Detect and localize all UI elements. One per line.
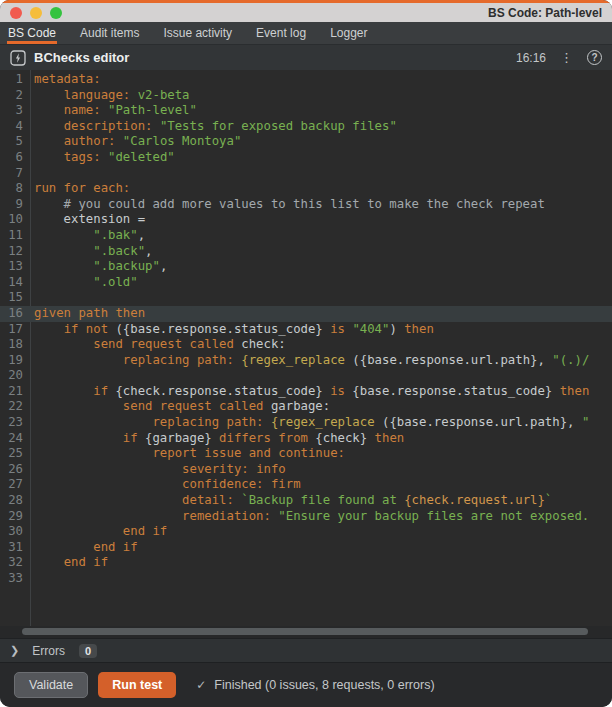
- code-lines-container: 1metadata:2 language: v2-beta3 name: "Pa…: [0, 72, 612, 587]
- help-icon[interactable]: ?: [587, 50, 602, 65]
- tab-audit-items[interactable]: Audit items: [80, 22, 139, 44]
- code-line-4[interactable]: 4 description: "Tests for exposed backup…: [0, 119, 612, 135]
- line-number: 5: [0, 134, 30, 150]
- code-line-17[interactable]: 17 if not ({base.response.status_code} i…: [0, 322, 612, 338]
- errors-count-badge: 0: [79, 644, 97, 658]
- errors-label: Errors: [32, 644, 65, 658]
- code-text: tags: "deleted": [30, 150, 175, 166]
- code-line-30[interactable]: 30 end if: [0, 524, 612, 540]
- window-title: BS Code: Path-level: [488, 6, 602, 20]
- code-line-32[interactable]: 32 end if: [0, 555, 612, 571]
- code-line-31[interactable]: 31 end if: [0, 540, 612, 556]
- bcheck-bolt-icon: [10, 50, 26, 66]
- code-text: if not ({base.response.status_code} is "…: [30, 322, 434, 338]
- tab-bs-code[interactable]: BS Code: [8, 22, 56, 44]
- code-editor[interactable]: 1metadata:2 language: v2-beta3 name: "Pa…: [0, 70, 612, 626]
- code-line-10[interactable]: 10 extension =: [0, 212, 612, 228]
- code-line-12[interactable]: 12 ".back",: [0, 244, 612, 260]
- code-line-15[interactable]: 15: [0, 290, 612, 306]
- line-number: 17: [0, 322, 30, 338]
- code-text: replacing path: {regex_replace ({base.re…: [30, 415, 589, 431]
- code-line-26[interactable]: 26 severity: info: [0, 462, 612, 478]
- line-number: 1: [0, 72, 30, 88]
- code-line-13[interactable]: 13 ".backup",: [0, 259, 612, 275]
- code-text: language: v2-beta: [30, 88, 190, 104]
- code-text: ".old": [30, 275, 138, 291]
- code-line-29[interactable]: 29 remediation: "Ensure your backup file…: [0, 509, 612, 525]
- line-number: 27: [0, 477, 30, 493]
- code-line-23[interactable]: 23 replacing path: {regex_replace ({base…: [0, 415, 612, 431]
- code-text: ".backup",: [30, 259, 167, 275]
- code-line-14[interactable]: 14 ".old": [0, 275, 612, 291]
- code-text: extension =: [30, 212, 145, 228]
- maximize-window-button[interactable]: [50, 7, 62, 19]
- line-number: 11: [0, 228, 30, 244]
- tab-logger[interactable]: Logger: [330, 22, 367, 44]
- line-number: 30: [0, 524, 30, 540]
- line-number: 12: [0, 244, 30, 260]
- code-text: end if: [30, 555, 108, 571]
- code-line-11[interactable]: 11 ".bak",: [0, 228, 612, 244]
- line-number: 20: [0, 368, 30, 384]
- code-line-28[interactable]: 28 detail: `Backup file found at {check.…: [0, 493, 612, 509]
- code-line-33[interactable]: 33: [0, 571, 612, 587]
- line-number: 23: [0, 415, 30, 431]
- errors-panel-header[interactable]: ❯ Errors 0: [0, 638, 612, 662]
- line-number: 32: [0, 555, 30, 571]
- code-line-20[interactable]: 20: [0, 368, 612, 384]
- tab-event-log[interactable]: Event log: [256, 22, 306, 44]
- code-text: given path then: [30, 306, 145, 322]
- code-line-24[interactable]: 24 if {garbage} differs from {check} the…: [0, 431, 612, 447]
- line-number: 19: [0, 353, 30, 369]
- code-text: remediation: "Ensure your backup files a…: [30, 509, 589, 525]
- tab-issue-activity[interactable]: Issue activity: [163, 22, 232, 44]
- line-number: 24: [0, 431, 30, 447]
- code-line-6[interactable]: 6 tags: "deleted": [0, 150, 612, 166]
- editor-header: BChecks editor 16:16 ⋮ ?: [0, 44, 612, 70]
- chevron-right-icon[interactable]: ❯: [10, 645, 19, 656]
- code-text: run for each:: [30, 181, 130, 197]
- code-text: replacing path: {regex_replace ({base.re…: [30, 353, 589, 369]
- footer-bar: Validate Run test ✓ Finished (0 issues, …: [0, 662, 612, 707]
- code-line-8[interactable]: 8run for each:: [0, 181, 612, 197]
- line-number: 33: [0, 571, 30, 587]
- code-text: [30, 368, 34, 384]
- code-line-19[interactable]: 19 replacing path: {regex_replace ({base…: [0, 353, 612, 369]
- code-line-3[interactable]: 3 name: "Path-level": [0, 103, 612, 119]
- line-number: 15: [0, 290, 30, 306]
- line-number: 10: [0, 212, 30, 228]
- code-line-9[interactable]: 9 # you could add more values to this li…: [0, 197, 612, 213]
- code-text: ".bak",: [30, 228, 145, 244]
- line-number: 22: [0, 399, 30, 415]
- horizontal-scrollbar-thumb[interactable]: [22, 628, 588, 635]
- code-text: [30, 166, 34, 182]
- minimize-window-button[interactable]: [30, 7, 42, 19]
- code-line-1[interactable]: 1metadata:: [0, 72, 612, 88]
- code-text: [30, 571, 34, 587]
- checkmark-icon: ✓: [196, 678, 206, 692]
- line-number: 8: [0, 181, 30, 197]
- code-line-5[interactable]: 5 author: "Carlos Montoya": [0, 134, 612, 150]
- code-line-7[interactable]: 7: [0, 166, 612, 182]
- validate-button[interactable]: Validate: [14, 672, 88, 698]
- line-number: 16: [0, 306, 30, 322]
- code-text: confidence: firm: [30, 477, 301, 493]
- code-text: end if: [30, 524, 167, 540]
- code-line-18[interactable]: 18 send request called check:: [0, 337, 612, 353]
- code-line-27[interactable]: 27 confidence: firm: [0, 477, 612, 493]
- code-line-21[interactable]: 21 if {check.response.status_code} is {b…: [0, 384, 612, 400]
- line-number: 31: [0, 540, 30, 556]
- code-text: send request called check:: [30, 337, 286, 353]
- close-window-button[interactable]: [10, 7, 22, 19]
- run-test-button[interactable]: Run test: [98, 672, 176, 698]
- kebab-menu-icon[interactable]: ⋮: [560, 51, 573, 64]
- code-line-2[interactable]: 2 language: v2-beta: [0, 88, 612, 104]
- line-number: 25: [0, 446, 30, 462]
- traffic-lights: [10, 7, 62, 19]
- code-line-25[interactable]: 25 report issue and continue:: [0, 446, 612, 462]
- code-line-22[interactable]: 22 send request called garbage:: [0, 399, 612, 415]
- titlebar: BS Code: Path-level: [0, 3, 612, 22]
- line-number: 9: [0, 197, 30, 213]
- code-line-16[interactable]: 16given path then: [0, 306, 612, 322]
- line-number: 21: [0, 384, 30, 400]
